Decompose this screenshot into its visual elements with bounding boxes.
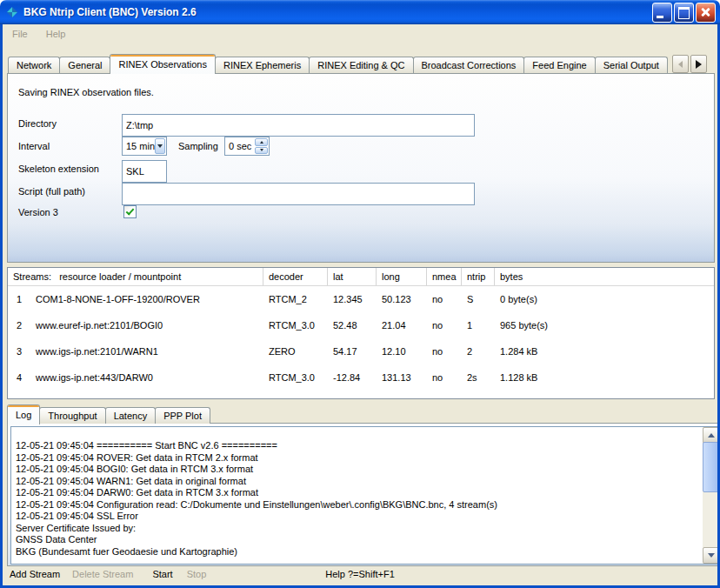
- stream-row[interactable]: 2www.euref-ip.net:2101/BOGI0RTCM_3.052.4…: [8, 312, 714, 338]
- cell-lat: 54.17: [328, 346, 377, 357]
- log-line: 12-05-21 09:45:04 Configuration read: C:…: [16, 499, 698, 511]
- cell-lat: -12.84: [328, 372, 377, 383]
- streams-table-header: Streams: resource loader / mountpoint de…: [8, 268, 714, 286]
- arrow-up-icon: [708, 433, 715, 438]
- chevron-down-icon[interactable]: [155, 138, 165, 154]
- column-header-decoder[interactable]: decoder: [263, 268, 328, 285]
- directory-label: Directory: [18, 118, 57, 129]
- cell-bytes: 965 byte(s): [495, 320, 714, 331]
- cell-ntrip: S: [462, 294, 495, 304]
- menu-file[interactable]: File: [10, 27, 30, 41]
- start-button[interactable]: Start: [150, 567, 175, 581]
- tab-serial-output[interactable]: Serial Output: [595, 57, 668, 73]
- cell-bytes: 0 byte(s): [495, 294, 714, 304]
- tab-ppp-plot[interactable]: PPP Plot: [155, 407, 210, 424]
- rinex-observations-page: Saving RINEX observation files. Director…: [7, 73, 715, 263]
- interval-value: 15 min: [123, 141, 155, 151]
- cell-bytes: 1.128 kB: [495, 372, 714, 383]
- log-line: BKG (Bundesamt fuer Geodaesie und Kartog…: [16, 546, 698, 558]
- version3-label: Version 3: [18, 207, 58, 217]
- page-description: Saving RINEX observation files.: [18, 87, 154, 97]
- check-icon: [126, 206, 135, 215]
- cell-decoder: RTCM_2: [263, 294, 328, 304]
- window-title: BKG Ntrip Client (BNC) Version 2.6: [23, 6, 648, 18]
- cell-mountpoint: www.igs-ip.net:2101/WARN1: [30, 346, 263, 357]
- tab-scroll-left-button[interactable]: [672, 55, 689, 73]
- cell-nmea: no: [427, 294, 462, 304]
- log-line: 12-05-21 09:45:04 BOGI0: Get data in RTC…: [16, 464, 698, 476]
- sampling-value: 0 sec: [225, 141, 255, 151]
- stream-row[interactable]: 4www.igs-ip.net:443/DARW0RTCM_3.0-12.841…: [8, 364, 714, 391]
- add-stream-button[interactable]: Add Stream: [7, 567, 63, 581]
- tab-rinex-observations[interactable]: RINEX Observations: [110, 54, 215, 74]
- cell-long: 50.123: [377, 294, 427, 304]
- title-bar: BKG Ntrip Client (BNC) Version 2.6: [0, 0, 720, 24]
- column-header-nmea[interactable]: nmea: [427, 268, 462, 285]
- log-line: 12-05-21 09:45:04 DARW0: Get data in RTC…: [16, 487, 698, 499]
- sampling-label: Sampling: [178, 141, 218, 151]
- log-text[interactable]: 12-05-21 09:45:04 ========== Start BNC v…: [11, 427, 703, 564]
- tab-rinex-ephemeris[interactable]: RINEX Ephemeris: [215, 57, 310, 73]
- skeleton-extension-input[interactable]: [122, 160, 167, 183]
- spinner-buttons: [255, 138, 268, 154]
- stream-row[interactable]: 3www.igs-ip.net:2101/WARN1ZERO54.1712.10…: [8, 338, 714, 364]
- window-controls: [652, 3, 716, 23]
- interval-select[interactable]: 15 min: [122, 137, 167, 156]
- spin-down-icon[interactable]: [255, 147, 268, 155]
- log-line: 12-05-21 09:45:04 ========== Start BNC v…: [16, 440, 698, 452]
- stream-row[interactable]: 1COM1-8-NONE-1-OFF-19200/ROVERRTCM_212.3…: [8, 286, 714, 312]
- cell-mountpoint: www.igs-ip.net:443/DARW0: [30, 372, 263, 383]
- log-scrollbar[interactable]: [703, 427, 717, 564]
- log-panel: 12-05-21 09:45:04 ========== Start BNC v…: [7, 423, 720, 566]
- cell-long: 131.13: [377, 372, 427, 383]
- cell-nmea: no: [427, 346, 462, 357]
- cell-lat: 52.48: [328, 320, 377, 331]
- tab-log[interactable]: Log: [7, 404, 40, 424]
- tab-latency[interactable]: Latency: [105, 407, 157, 424]
- tab-scroll-buttons: [672, 55, 707, 73]
- directory-input[interactable]: [122, 114, 475, 137]
- maximize-button[interactable]: [674, 3, 694, 23]
- log-line: GNSS Data Center: [16, 534, 698, 546]
- cell-lat: 12.345: [328, 294, 377, 304]
- scroll-down-button[interactable]: [703, 547, 718, 564]
- minimize-button[interactable]: [652, 3, 672, 23]
- log-line: 12-05-21 09:45:04 WARN1: Get data in ori…: [16, 476, 698, 488]
- tab-broadcast-corrections[interactable]: Broadcast Corrections: [413, 57, 525, 73]
- column-header-long[interactable]: long: [377, 268, 427, 285]
- column-header-mountpoint[interactable]: Streams: resource loader / mountpoint: [8, 268, 263, 285]
- bottom-tab-bar: LogThroughputLatencyPPP Plot: [7, 404, 210, 424]
- tab-rinex-editing-qc[interactable]: RINEX Editing & QC: [309, 57, 413, 73]
- window-body: File Help NetworkGeneralRINEX Observatio…: [0, 24, 720, 588]
- cell-long: 12.10: [377, 346, 427, 357]
- log-line: 12-05-21 09:45:04 SSL Error: [16, 511, 698, 523]
- stop-button[interactable]: Stop: [184, 567, 210, 581]
- cell-num: 4: [8, 372, 30, 383]
- menu-help[interactable]: Help: [44, 27, 68, 41]
- cell-ntrip: 2s: [462, 372, 495, 383]
- tab-general[interactable]: General: [59, 57, 110, 73]
- script-input[interactable]: [122, 183, 475, 205]
- column-header-lat[interactable]: lat: [328, 268, 377, 285]
- scrollbar-thumb[interactable]: [703, 442, 718, 492]
- menu-bar: File Help: [3, 24, 717, 43]
- sampling-spinner[interactable]: 0 sec: [224, 137, 270, 156]
- cell-decoder: ZERO: [263, 346, 328, 357]
- tab-scroll-right-button[interactable]: [690, 55, 707, 73]
- skeleton-extension-label: Skeleton extension: [18, 164, 99, 174]
- delete-stream-button[interactable]: Delete Stream: [70, 567, 136, 581]
- log-viewport: 12-05-21 09:45:04 ========== Start BNC v…: [10, 426, 718, 565]
- column-header-ntrip[interactable]: ntrip: [462, 268, 495, 285]
- log-line: Server Certificate Issued by:: [16, 523, 698, 535]
- tab-feed-engine[interactable]: Feed Engine: [523, 57, 595, 73]
- tab-throughput[interactable]: Throughput: [39, 407, 105, 424]
- app-icon: [5, 5, 19, 19]
- column-header-bytes[interactable]: bytes: [495, 268, 714, 285]
- tab-network[interactable]: Network: [8, 57, 60, 73]
- cell-long: 21.04: [377, 320, 427, 331]
- version3-checkbox[interactable]: [123, 205, 137, 218]
- cell-ntrip: 1: [462, 320, 495, 331]
- close-button[interactable]: [696, 3, 716, 23]
- script-label: Script (full path): [18, 186, 85, 197]
- spin-up-icon[interactable]: [255, 138, 268, 146]
